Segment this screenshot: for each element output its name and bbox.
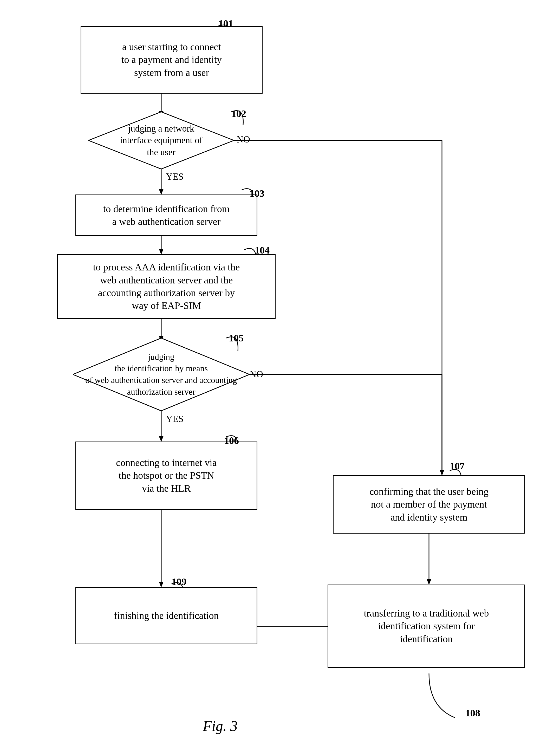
no-label-105: NO bbox=[249, 369, 263, 380]
svg-marker-14 bbox=[440, 470, 444, 475]
figure-label: Fig. 3 bbox=[203, 718, 238, 734]
label-102: 102 bbox=[232, 108, 246, 119]
yes-label-102: YES bbox=[166, 171, 183, 182]
label-106: 106 bbox=[224, 435, 239, 446]
label-108: 108 bbox=[465, 707, 480, 719]
no-label-102: NO bbox=[237, 134, 250, 145]
node-107-label: confirming that the user being not a mem… bbox=[369, 485, 488, 524]
node-108-label: transferring to a traditional web identi… bbox=[364, 607, 489, 646]
node-101-label: a user starting to connect to a payment … bbox=[121, 41, 222, 79]
node-102-label: judging a networkinterface equipment oft… bbox=[88, 112, 234, 169]
node-102: judging a networkinterface equipment oft… bbox=[88, 112, 234, 169]
svg-marker-11 bbox=[159, 436, 163, 441]
node-108: transferring to a traditional web identi… bbox=[327, 585, 525, 668]
node-106: connecting to internet via the hotspot o… bbox=[75, 441, 257, 510]
node-105-label: judgingthe identification by meansof web… bbox=[73, 338, 249, 411]
label-109: 109 bbox=[172, 576, 186, 588]
svg-marker-3 bbox=[159, 189, 163, 195]
label-101: 101 bbox=[218, 18, 233, 29]
node-107: confirming that the user being not a mem… bbox=[333, 475, 525, 534]
node-104-label: to process AAA identification via the we… bbox=[93, 261, 240, 312]
node-103-label: to determine identification from a web a… bbox=[103, 202, 229, 228]
yes-label-105: YES bbox=[166, 413, 183, 424]
diagram: a user starting to connect to a payment … bbox=[0, 0, 560, 752]
svg-marker-16 bbox=[159, 582, 163, 587]
node-109-label: finishing the identification bbox=[114, 609, 219, 622]
svg-marker-7 bbox=[159, 249, 163, 254]
label-103: 103 bbox=[249, 188, 264, 199]
node-103: to determine identification from a web a… bbox=[75, 195, 257, 236]
node-105: judgingthe identification by meansof web… bbox=[73, 338, 249, 411]
label-105: 105 bbox=[229, 332, 244, 344]
svg-marker-18 bbox=[427, 579, 431, 585]
node-104: to process AAA identification via the we… bbox=[57, 254, 276, 319]
node-101: a user starting to connect to a payment … bbox=[81, 26, 263, 94]
label-107: 107 bbox=[450, 460, 465, 472]
label-104: 104 bbox=[255, 244, 269, 256]
node-109: finishing the identification bbox=[75, 587, 257, 644]
node-106-label: connecting to internet via the hotspot o… bbox=[116, 456, 217, 495]
